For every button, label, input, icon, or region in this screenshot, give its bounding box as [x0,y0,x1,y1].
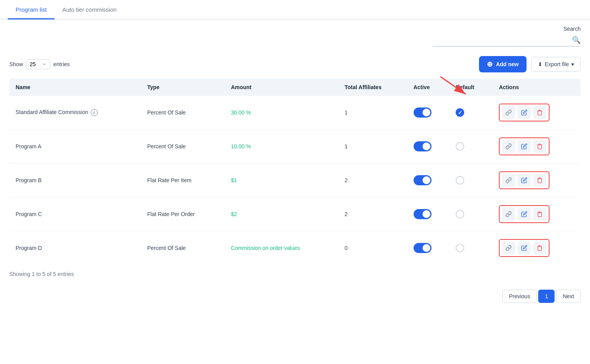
active-toggle[interactable] [414,141,431,151]
cell-actions [493,96,581,130]
link-button[interactable] [502,174,515,187]
table-row: Program APercent Of Sale10.00 %1 [9,130,581,164]
show-entries: Show 25 50 100 entries [9,59,70,69]
cell-amount: 30.00 % [225,96,338,130]
export-label: Export file [545,61,569,67]
edit-button[interactable] [518,140,531,153]
cell-amount: Commission on order values [225,231,338,265]
delete-button[interactable] [533,207,546,221]
delete-button[interactable] [533,174,546,187]
cell-name: Program D [9,231,141,265]
export-file-button[interactable]: ⬇ Export file ▾ [531,57,581,72]
search-icon[interactable]: 🔍 [572,36,581,44]
delete-button[interactable] [533,140,546,153]
cell-type: Percent Of Sale [141,231,225,265]
table-row: Program CFlat Rate Per Order$22 [9,197,581,231]
tab-program-list[interactable]: Program list [8,0,55,19]
cell-active [407,231,450,265]
default-checkbox[interactable] [456,142,464,151]
cell-default [449,130,493,164]
delete-button[interactable] [533,241,546,255]
cell-total-affiliates: 0 [338,231,407,265]
cell-type: Percent Of Sale [141,96,225,130]
cell-total-affiliates: 2 [338,164,407,197]
default-checkbox[interactable] [456,108,464,117]
edit-button[interactable] [518,106,531,119]
tab-auto-tier[interactable]: Auto tier commission [55,0,124,19]
cell-actions [493,130,581,164]
cell-default [449,197,493,231]
link-button[interactable] [502,241,515,255]
cell-type: Flat Rate Per Item [141,164,225,197]
search-bar: 🔍 [433,34,581,47]
previous-button[interactable]: Previous [502,290,537,303]
cell-default [449,96,493,130]
cell-actions [493,164,581,197]
cell-type: Flat Rate Per Order [141,197,225,231]
col-amount: Amount [225,79,338,96]
delete-button[interactable] [533,106,546,119]
cell-active [407,164,450,197]
toolbar: Show 25 50 100 entries ⊕ Add new ⬇ Expor… [0,50,590,79]
next-button[interactable]: Next [556,290,581,303]
table-wrap: Name Type Amount Total Affiliates Active… [0,79,590,265]
cell-amount: $2 [225,197,338,231]
active-toggle[interactable] [414,107,431,118]
footer-info: Showing 1 to 5 of 5 entries [0,265,590,283]
tabs-bar: Program list Auto tier commission [0,0,590,19]
add-new-button[interactable]: ⊕ Add new [479,56,526,72]
col-name: Name [9,79,141,96]
search-label: Search [564,26,581,32]
add-new-label: Add new [496,61,518,67]
cell-total-affiliates: 1 [338,130,407,164]
edit-button[interactable] [518,241,531,255]
cell-name: Program A [9,130,141,164]
default-checkbox[interactable] [456,210,464,218]
cell-amount: $1 [225,164,338,197]
cell-actions [493,231,581,265]
table-row: Program DPercent Of SaleCommission on or… [9,231,581,265]
active-toggle[interactable] [414,209,431,219]
active-toggle[interactable] [414,243,431,253]
col-total-affiliates: Total Affiliates [338,79,407,96]
col-actions: Actions [493,79,581,96]
cell-active [407,197,450,231]
col-type: Type [141,79,225,96]
cell-name: Standard Affiliate Commissioni [9,96,141,130]
chevron-down-icon: ▾ [571,61,574,67]
edit-button[interactable] [518,207,531,221]
toolbar-actions: ⊕ Add new ⬇ Export file ▾ [479,56,581,72]
active-toggle[interactable] [414,175,431,185]
link-button[interactable] [502,106,515,119]
cell-name: Program C [9,197,141,231]
entries-label: entries [53,61,70,67]
pagination: Previous 1 Next [0,283,590,309]
cell-total-affiliates: 2 [338,197,407,231]
info-icon[interactable]: i [91,109,98,116]
table-row: Standard Affiliate CommissioniPercent Of… [9,96,581,130]
entries-select[interactable]: 25 50 100 [26,59,50,69]
cell-active [407,130,450,164]
show-label: Show [9,61,23,67]
cell-type: Percent Of Sale [141,130,225,164]
page-1-button[interactable]: 1 [538,290,555,303]
search-section: Search 🔍 [0,19,590,50]
programs-table: Name Type Amount Total Affiliates Active… [9,79,581,265]
export-icon: ⬇ [538,61,542,67]
add-icon: ⊕ [487,60,493,69]
col-default: Default [449,79,493,96]
cell-total-affiliates: 1 [338,96,407,130]
search-input[interactable] [433,37,572,43]
default-checkbox[interactable] [456,244,464,252]
edit-button[interactable] [518,174,531,187]
default-checkbox[interactable] [456,176,464,185]
table-header-row: Name Type Amount Total Affiliates Active… [9,79,581,96]
table-row: Program BFlat Rate Per Item$12 [9,164,581,197]
cell-amount: 10.00 % [225,130,338,164]
cell-active [407,96,450,130]
link-button[interactable] [502,207,515,221]
cell-default [449,231,493,265]
cell-default [449,164,493,197]
link-button[interactable] [502,140,515,153]
cell-name: Program B [9,164,141,197]
